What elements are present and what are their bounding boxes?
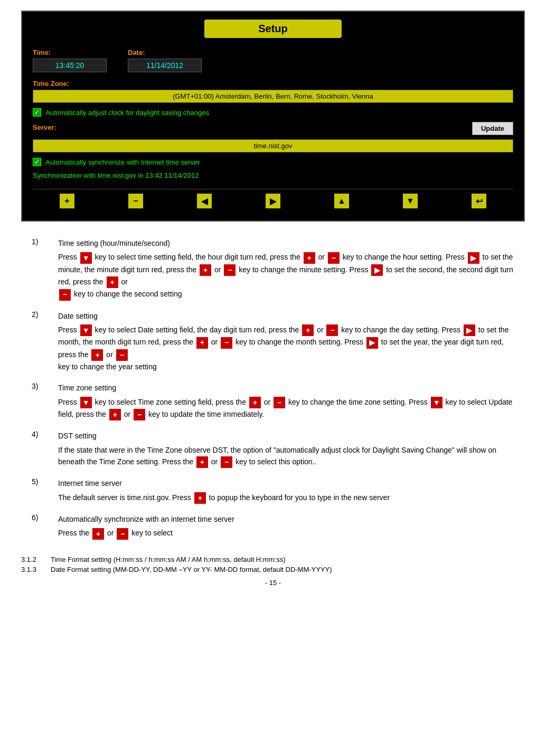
- footer-item-2: 3.1.3 Date Format setting (MM-DD-YY, DD-…: [21, 566, 525, 573]
- time-label: Time:: [33, 49, 107, 56]
- footer-text-1: Time Format setting (H:mm:ss / h:mm:ss A…: [51, 556, 285, 563]
- timezone-field: Time Zone: (GMT+01:00) Amsterdam, Berlin…: [33, 80, 513, 103]
- right-arrow-icon-1a: ▶: [468, 252, 479, 264]
- list-number-6: 6): [32, 513, 48, 540]
- footer-num-2: 3.1.3: [21, 566, 42, 573]
- list-content-2: Date setting Press ▼ key to select Date …: [58, 310, 514, 373]
- list-item: 3) Time zone setting Press ▼ key to sele…: [32, 382, 514, 420]
- nav-right-btn[interactable]: ▶: [266, 194, 280, 208]
- update-button[interactable]: Update: [472, 122, 513, 135]
- nav-back-btn[interactable]: ↩: [472, 194, 486, 208]
- down-arrow-icon-1: ▼: [80, 252, 92, 264]
- plus-icon-3b: +: [109, 409, 121, 420]
- setup-title: Setup: [204, 20, 342, 38]
- sync-label: Automatically synchronize with Internet …: [45, 158, 200, 166]
- plus-icon-3a: +: [249, 397, 261, 408]
- list-number-4: 4): [32, 430, 48, 468]
- footer-section: 3.1.2 Time Format setting (H:mm:ss / h:m…: [21, 556, 525, 592]
- list-number-5: 5): [32, 477, 48, 504]
- list-content-1: Time setting (hour/minute/second) Press …: [58, 237, 514, 301]
- date-value[interactable]: 11/14/2012: [128, 59, 202, 72]
- plus-icon-2b: +: [196, 337, 208, 349]
- server-header-row: Server: Update: [33, 122, 513, 135]
- sync-checkbox[interactable]: ✓: [33, 158, 41, 166]
- list-item: 6) Automatically synchronize with an int…: [32, 513, 514, 540]
- list-number-3: 3): [32, 382, 48, 420]
- timezone-value[interactable]: (GMT+01:00) Amsterdam, Berlin, Bern, Rom…: [33, 90, 513, 103]
- item6-body: Press the + or − key to select: [58, 527, 514, 539]
- list-content-5: Internet time server The default server …: [58, 477, 514, 504]
- nav-up-btn[interactable]: ▲: [334, 194, 349, 208]
- server-label: Server:: [33, 123, 57, 131]
- time-value[interactable]: 13:45:20: [33, 59, 107, 72]
- plus-icon-1c: +: [107, 276, 118, 288]
- instructions-list: 1) Time setting (hour/minute/second) Pre…: [32, 237, 514, 540]
- item2-title: Date setting: [58, 310, 514, 322]
- right-arrow-icon-2b: ▶: [366, 337, 378, 349]
- minus-icon-2a: −: [326, 324, 338, 336]
- list-number-2: 2): [32, 310, 48, 373]
- doc-content: 1) Time setting (hour/minute/second) Pre…: [21, 237, 525, 540]
- page-number: - 15 -: [21, 579, 525, 587]
- item1-title: Time setting (hour/minute/second): [58, 237, 514, 249]
- minus-icon-4: −: [221, 456, 232, 468]
- list-item: 2) Date setting Press ▼ key to select Da…: [32, 310, 514, 373]
- nav-left-btn[interactable]: ◀: [197, 194, 212, 208]
- dst-checkbox-row[interactable]: ✓ Automatically adjust clock for dayligh…: [33, 108, 513, 117]
- minus-icon-2b: −: [221, 337, 232, 349]
- nav-down-btn[interactable]: ▼: [403, 194, 418, 208]
- minus-icon-2c: −: [116, 349, 128, 361]
- right-arrow-icon-1b: ▶: [371, 264, 383, 276]
- item1-body: Press ▼ key to select time setting field…: [58, 251, 514, 300]
- footer-text-2: Date Format setting (MM-DD-YY, DD-MM –YY…: [51, 566, 332, 573]
- minus-icon-1b: −: [224, 264, 236, 276]
- down-arrow-icon-2: ▼: [80, 324, 92, 336]
- page-container: Setup Time: 13:45:20 Date: 11/14/2012 Ti…: [0, 0, 546, 602]
- plus-icon-2c: +: [91, 349, 103, 361]
- plus-icon-1a: +: [304, 252, 315, 264]
- item5-title: Internet time server: [58, 477, 514, 489]
- date-field: Date: 11/14/2012: [128, 49, 202, 72]
- right-arrow-icon-2a: ▶: [464, 324, 475, 336]
- down-arrow-icon-3a: ▼: [80, 397, 92, 408]
- minus-icon-6: −: [117, 528, 128, 540]
- sync-checkbox-row[interactable]: ✓ Automatically synchronize with Interne…: [33, 158, 513, 166]
- minus-icon-1a: −: [328, 252, 340, 264]
- list-content-3: Time zone setting Press ▼ key to select …: [58, 382, 514, 420]
- list-content-6: Automatically synchronize with an intern…: [58, 513, 514, 540]
- item2-body: Press ▼ key to select Date setting field…: [58, 324, 514, 372]
- date-label: Date:: [128, 49, 202, 56]
- list-item: 4) DST setting If the state that were in…: [32, 430, 514, 468]
- minus-icon-3b: −: [134, 409, 145, 420]
- plus-icon-2a: +: [302, 324, 314, 336]
- item3-title: Time zone setting: [58, 382, 514, 394]
- timezone-label: Time Zone:: [33, 80, 513, 88]
- nav-plus-btn[interactable]: +: [60, 194, 74, 208]
- dst-label: Automatically adjust clock for daylight …: [45, 109, 209, 117]
- footer-item-1: 3.1.2 Time Format setting (H:mm:ss / h:m…: [21, 556, 525, 563]
- setup-screen: Setup Time: 13:45:20 Date: 11/14/2012 Ti…: [21, 11, 525, 222]
- nav-bar: + − ◀ ▶ ▲ ▼ ↩: [33, 189, 513, 213]
- item4-body: If the state that were in the Time Zone …: [58, 444, 514, 468]
- footer-num-1: 3.1.2: [21, 556, 42, 563]
- item5-body: The default server is time.nist.gov. Pre…: [58, 492, 514, 504]
- dst-checkbox[interactable]: ✓: [33, 108, 41, 117]
- nav-minus-btn[interactable]: −: [128, 194, 143, 208]
- server-value[interactable]: time.nist.gov: [33, 139, 513, 152]
- plus-icon-6: +: [92, 528, 104, 540]
- list-number-1: 1): [32, 237, 48, 301]
- item6-title: Automatically synchronize with an intern…: [58, 513, 514, 525]
- sync-status: Synchronization with time.nist.gov in 13…: [33, 171, 513, 179]
- down-arrow-icon-3b: ▼: [431, 397, 443, 408]
- minus-icon-3a: −: [274, 397, 285, 408]
- time-date-row: Time: 13:45:20 Date: 11/14/2012: [33, 49, 513, 72]
- list-item: 5) Internet time server The default serv…: [32, 477, 514, 504]
- item3-body: Press ▼ key to select Time zone setting …: [58, 396, 514, 421]
- list-item: 1) Time setting (hour/minute/second) Pre…: [32, 237, 514, 301]
- minus-icon-1c: −: [59, 289, 71, 301]
- time-field: Time: 13:45:20: [33, 49, 107, 72]
- list-content-4: DST setting If the state that were in th…: [58, 430, 514, 468]
- plus-icon-1b: +: [200, 264, 211, 276]
- plus-icon-5: +: [194, 492, 206, 504]
- item4-title: DST setting: [58, 430, 514, 442]
